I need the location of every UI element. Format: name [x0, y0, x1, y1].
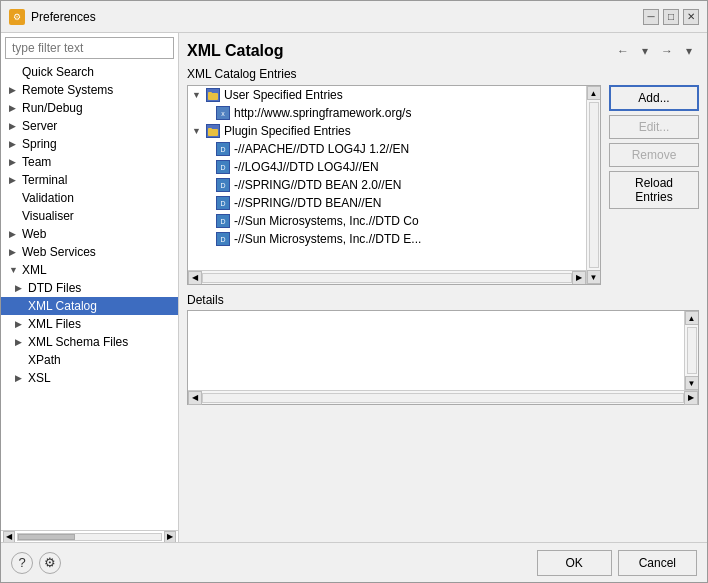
- scroll-right[interactable]: ▶: [572, 271, 586, 285]
- edit-button[interactable]: Edit...: [609, 115, 699, 139]
- back-button[interactable]: ←: [613, 41, 633, 61]
- forward-dropdown[interactable]: ▾: [679, 41, 699, 61]
- catalog-vscrollbar: ▲ ▼: [586, 86, 600, 284]
- chevron-icon: ▶: [9, 175, 19, 185]
- chevron-icon: ▶: [9, 157, 19, 167]
- vscroll-track[interactable]: [687, 327, 697, 374]
- settings-button[interactable]: ⚙: [39, 552, 61, 574]
- page-title: XML Catalog: [187, 42, 284, 60]
- dtd-log4j2-entry[interactable]: D -//LOG4J//DTD LOG4J//EN: [188, 158, 586, 176]
- ok-button[interactable]: OK: [537, 550, 612, 576]
- sidebar-item-terminal[interactable]: ▶ Terminal: [1, 171, 178, 189]
- scroll-up[interactable]: ▲: [587, 86, 601, 100]
- sidebar-item-web[interactable]: ▶ Web: [1, 225, 178, 243]
- dtd-sun2-entry[interactable]: D -//Sun Microsystems, Inc.//DTD E...: [188, 230, 586, 248]
- chevron-icon: ▶: [9, 85, 19, 95]
- sidebar: Quick Search ▶ Remote Systems ▶ Run/Debu…: [1, 33, 179, 542]
- sidebar-item-spring[interactable]: ▶ Spring: [1, 135, 178, 153]
- sidebar-item-xpath[interactable]: XPath: [1, 351, 178, 369]
- details-box: ▲ ▼ ◀ ▶: [187, 310, 699, 405]
- plugin-specified-entries-header[interactable]: ▼ Plugin Specified Entries: [188, 122, 586, 140]
- sidebar-item-dtd-files[interactable]: ▶ DTD Files: [1, 279, 178, 297]
- scroll-left[interactable]: ◀: [188, 391, 202, 405]
- catalog-tree-content[interactable]: ▼ User Specified Entries: [188, 86, 586, 270]
- chevron-icon: ▶: [15, 319, 25, 329]
- cancel-button[interactable]: Cancel: [618, 550, 697, 576]
- scroll-track[interactable]: [17, 533, 162, 541]
- scroll-down[interactable]: ▼: [685, 376, 699, 390]
- reload-button[interactable]: Reload Entries: [609, 171, 699, 209]
- sidebar-item-xml[interactable]: ▼ XML: [1, 261, 178, 279]
- sidebar-item-quick-search[interactable]: Quick Search: [1, 63, 178, 81]
- maximize-button[interactable]: □: [663, 9, 679, 25]
- chevron-icon: ▶: [9, 121, 19, 131]
- sidebar-item-remote-systems[interactable]: ▶ Remote Systems: [1, 81, 178, 99]
- sidebar-item-web-services[interactable]: ▶ Web Services: [1, 243, 178, 261]
- dtd-icon: D: [216, 160, 230, 174]
- titlebar: ⚙ Preferences ─ □ ✕: [1, 1, 707, 33]
- close-button[interactable]: ✕: [683, 9, 699, 25]
- sidebar-item-xsl[interactable]: ▶ XSL: [1, 369, 178, 387]
- toolbar-icons: ← ▾ → ▾: [613, 41, 699, 61]
- chevron-icon: ▶: [9, 229, 19, 239]
- details-vscrollbar: ▲ ▼: [684, 311, 698, 390]
- scroll-right[interactable]: ▶: [684, 391, 698, 405]
- scroll-down[interactable]: ▼: [587, 270, 601, 284]
- sidebar-item-team[interactable]: ▶ Team: [1, 153, 178, 171]
- expand-icon: ▼: [192, 126, 202, 136]
- details-label: Details: [187, 293, 699, 307]
- sidebar-item-xml-catalog[interactable]: XML Catalog: [1, 297, 178, 315]
- svg-rect-0: [208, 93, 218, 100]
- scroll-up[interactable]: ▲: [685, 311, 699, 325]
- sidebar-item-run-debug[interactable]: ▶ Run/Debug: [1, 99, 178, 117]
- dtd-log4j-entry[interactable]: D -//APACHE//DTD LOG4J 1.2//EN: [188, 140, 586, 158]
- scroll-left[interactable]: ◀: [188, 271, 202, 285]
- scroll-track[interactable]: [202, 273, 572, 283]
- sidebar-item-xml-schema[interactable]: ▶ XML Schema Files: [1, 333, 178, 351]
- catalog-tree-panel: ▼ User Specified Entries: [187, 85, 601, 285]
- sidebar-item-validation[interactable]: Validation: [1, 189, 178, 207]
- scroll-track[interactable]: [202, 393, 684, 403]
- catalog-hscrollbar: ◀ ▶: [188, 270, 586, 284]
- expand-icon: ▼: [192, 90, 202, 100]
- main-header: XML Catalog ← ▾ → ▾: [187, 41, 699, 61]
- help-button[interactable]: ?: [11, 552, 33, 574]
- spring-entry[interactable]: x http://www.springframework.org/s: [188, 104, 586, 122]
- window-controls: ─ □ ✕: [643, 9, 699, 25]
- dtd-icon: D: [216, 232, 230, 246]
- chevron-icon: ▶: [15, 373, 25, 383]
- scroll-left-arrow[interactable]: ◀: [3, 531, 15, 543]
- preferences-window: ⚙ Preferences ─ □ ✕ Quick Search ▶ Remot: [0, 0, 708, 583]
- user-specified-entries-header[interactable]: ▼ User Specified Entries: [188, 86, 586, 104]
- sidebar-item-xml-files[interactable]: ▶ XML Files: [1, 315, 178, 333]
- details-content[interactable]: [188, 311, 684, 390]
- sidebar-item-visualiser[interactable]: Visualiser: [1, 207, 178, 225]
- remove-button[interactable]: Remove: [609, 143, 699, 167]
- minimize-button[interactable]: ─: [643, 9, 659, 25]
- scroll-thumb: [18, 534, 75, 540]
- filter-input[interactable]: [5, 37, 174, 59]
- details-hscrollbar: ◀ ▶: [188, 390, 698, 404]
- svg-rect-2: [208, 129, 218, 136]
- chevron-icon: ▶: [15, 283, 25, 293]
- chevron-icon: ▼: [9, 265, 19, 275]
- folder-icon: [206, 124, 220, 138]
- sidebar-hscrollbar: ◀ ▶: [1, 530, 178, 542]
- sidebar-item-server[interactable]: ▶ Server: [1, 117, 178, 135]
- add-button[interactable]: Add...: [609, 85, 699, 111]
- dtd-spring-bean-entry[interactable]: D -//SPRING//DTD BEAN//EN: [188, 194, 586, 212]
- vscroll-track[interactable]: [589, 102, 599, 268]
- dtd-sun1-entry[interactable]: D -//Sun Microsystems, Inc.//DTD Co: [188, 212, 586, 230]
- bottom-right-buttons: OK Cancel: [537, 550, 697, 576]
- bottom-bar: ? ⚙ OK Cancel: [1, 542, 707, 582]
- details-section: Details ▲ ▼ ◀ ▶: [187, 293, 699, 405]
- chevron-icon: ▶: [15, 337, 25, 347]
- dtd-spring-bean2-entry[interactable]: D -//SPRING//DTD BEAN 2.0//EN: [188, 176, 586, 194]
- svg-rect-3: [208, 128, 212, 130]
- scroll-right-arrow[interactable]: ▶: [164, 531, 176, 543]
- catalog-area: ▼ User Specified Entries: [187, 85, 699, 285]
- folder-icon: [206, 88, 220, 102]
- app-icon: ⚙: [9, 9, 25, 25]
- back-dropdown[interactable]: ▾: [635, 41, 655, 61]
- forward-button[interactable]: →: [657, 41, 677, 61]
